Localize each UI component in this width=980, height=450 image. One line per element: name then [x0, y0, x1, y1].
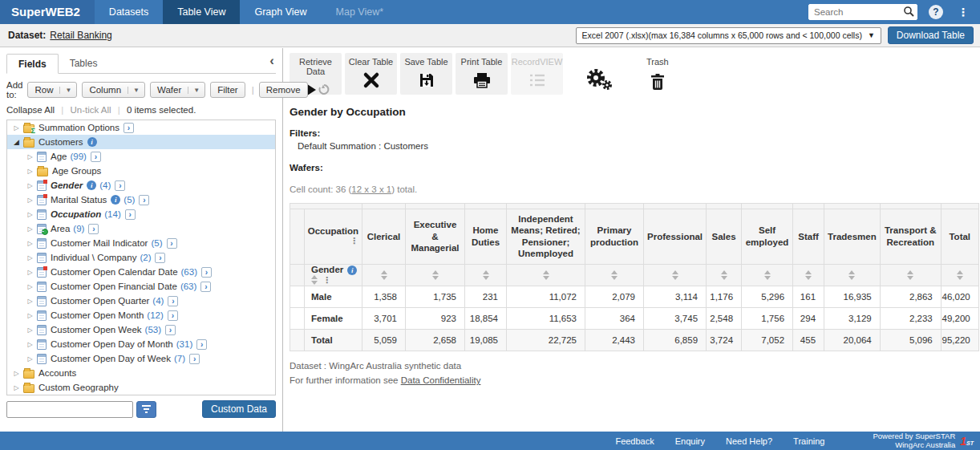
search-icon[interactable] — [903, 6, 915, 20]
tree-item[interactable]: ▷Customer Open Day of Week(7)› — [7, 351, 275, 366]
tree-item[interactable]: ◢Customersi — [7, 135, 275, 149]
column-header[interactable]: Executive & Managerial — [406, 209, 465, 265]
column-sort-cell[interactable] — [793, 264, 824, 286]
sort-toggle-icon[interactable] — [721, 270, 727, 280]
column-sort-cell[interactable] — [880, 264, 941, 286]
clear-table-button[interactable]: Clear Table — [345, 53, 397, 95]
info-icon[interactable]: i — [87, 137, 97, 147]
nav-tab-graph-view[interactable]: Graph View — [240, 0, 321, 24]
tree-item[interactable]: ▷Custom Geography — [7, 380, 275, 395]
footer-link-need-help[interactable]: Need Help? — [726, 436, 772, 446]
quick-add-icon[interactable]: › — [189, 354, 200, 364]
tree-item[interactable]: ▷ΣSummation Options› — [7, 120, 275, 135]
dataset-name-link[interactable]: Retail Banking — [50, 30, 111, 41]
tree-item[interactable]: ▷Customer Open Calendar Date(63)› — [7, 265, 275, 279]
save-table-button[interactable]: Save Table — [400, 53, 452, 95]
tree-item[interactable]: ▷Age Groups — [7, 164, 275, 178]
tree-item[interactable]: ▷Customer Open Week(53)› — [7, 322, 275, 337]
add-wafer-button[interactable]: Wafer▼ — [150, 82, 205, 98]
sort-toggle-icon[interactable] — [432, 270, 439, 280]
tree-expand-icon[interactable]: ▷ — [26, 254, 34, 261]
tree-item[interactable]: ▷Customer Open Financial Date(63)› — [7, 279, 275, 294]
column-header[interactable]: Clerical — [362, 209, 406, 265]
tree-expand-icon[interactable]: ▷ — [12, 370, 21, 377]
add-column-button[interactable]: Column▼ — [82, 82, 145, 98]
tree-item[interactable]: ▷Customer Open Quarter(4)› — [7, 294, 275, 308]
tree-item[interactable]: ▷Accounts — [7, 366, 275, 380]
sort-toggle-icon[interactable] — [483, 270, 489, 280]
column-header[interactable]: Professional — [644, 209, 707, 265]
quick-add-icon[interactable]: › — [165, 325, 176, 335]
column-sort-cell[interactable] — [362, 264, 406, 286]
header-kebab-icon[interactable]: ⋮ — [322, 275, 331, 286]
menu-kebab-icon[interactable]: ⋮ — [954, 5, 972, 19]
column-sort-cell[interactable] — [707, 264, 742, 286]
tree-expand-icon[interactable]: ▷ — [26, 312, 34, 319]
column-sort-cell[interactable] — [585, 264, 644, 286]
help-icon[interactable]: ? — [929, 5, 943, 19]
tree-item[interactable]: ▷Genderi(4)› — [7, 178, 275, 193]
column-header[interactable]: Staff — [793, 209, 824, 265]
print-table-button[interactable]: Print Table — [456, 53, 508, 95]
add-row-button[interactable]: Row▼ — [27, 82, 77, 98]
column-header[interactable]: Independent Means; Retired; Pensioner; U… — [507, 209, 585, 265]
tree-expand-icon[interactable]: ▷ — [26, 240, 34, 247]
panel-collapse-icon[interactable]: ‹ — [269, 55, 274, 67]
column-header[interactable]: Primary production — [585, 209, 644, 265]
column-sort-cell[interactable] — [465, 264, 507, 286]
tree-expand-icon[interactable]: ▷ — [26, 341, 34, 348]
tree-item[interactable]: ▷Customer Open Month(12)› — [7, 308, 275, 322]
tree-expand-icon[interactable]: ▷ — [26, 269, 34, 276]
search-input[interactable] — [808, 4, 917, 20]
tree-item[interactable]: ▷Age(99)› — [7, 149, 275, 164]
tree-expand-icon[interactable]: ▷ — [26, 211, 34, 218]
quick-add-icon[interactable]: › — [168, 310, 178, 321]
column-header[interactable]: Sales — [707, 209, 742, 265]
column-header[interactable]: Tradesmen — [824, 209, 881, 265]
quick-add-icon[interactable]: › — [91, 152, 101, 162]
tree-collapse-icon[interactable]: ◢ — [12, 138, 21, 146]
export-format-select[interactable]: Excel 2007 (.xlsx)(max 16,384 columns x … — [576, 27, 881, 44]
column-sort-cell[interactable] — [941, 264, 978, 286]
tree-item[interactable]: ▷Area(9)› — [7, 221, 275, 236]
sort-toggle-icon[interactable] — [611, 270, 618, 280]
custom-data-button[interactable]: Custom Data — [202, 400, 276, 418]
tree-item[interactable]: ▷Marital Statusi(5)› — [7, 193, 275, 207]
tree-expand-icon[interactable]: ▷ — [26, 298, 34, 305]
sort-toggle-icon[interactable] — [381, 270, 387, 280]
info-icon[interactable]: i — [347, 266, 357, 275]
sort-toggle-icon[interactable] — [957, 270, 963, 280]
column-sort-cell[interactable] — [507, 264, 585, 286]
nav-tab-datasets[interactable]: Datasets — [95, 0, 163, 24]
row-label[interactable]: Female — [305, 307, 362, 329]
table-options-button[interactable] — [584, 53, 614, 94]
tree-expand-icon[interactable]: ▷ — [26, 197, 34, 204]
quick-add-icon[interactable]: › — [88, 224, 99, 234]
header-kebab-icon[interactable]: ⋮ — [350, 236, 358, 246]
tree-expand-icon[interactable]: ▷ — [26, 355, 34, 363]
tree-item[interactable]: ▷Customer Mail Indicator(5)› — [7, 236, 275, 250]
tree-item[interactable]: ▷Customer Open Day of Month(31)› — [7, 337, 275, 351]
row-label[interactable]: Total — [305, 329, 362, 351]
tree-search-input[interactable] — [6, 401, 133, 418]
column-header[interactable]: Self employed — [742, 209, 793, 265]
sort-toggle-icon[interactable] — [311, 275, 318, 285]
quick-add-icon[interactable]: › — [201, 267, 212, 278]
tree-item[interactable]: ▷Occupation(14)› — [7, 207, 275, 221]
info-icon[interactable]: i — [111, 195, 120, 205]
nav-tab-map-view[interactable]: Map View* — [322, 0, 399, 24]
row-label[interactable]: Male — [305, 286, 362, 307]
column-dimension-header[interactable]: Occupation⋮ — [305, 209, 362, 265]
tree-expand-icon[interactable]: ▷ — [26, 283, 34, 290]
tree-expand-icon[interactable]: ▷ — [26, 326, 34, 334]
tree-filter-button[interactable] — [136, 401, 156, 418]
untick-all-link[interactable]: Un-tick All — [71, 105, 111, 115]
footer-link-training[interactable]: Training — [793, 436, 824, 446]
quick-add-icon[interactable]: › — [167, 238, 177, 249]
trash-button[interactable]: Trash — [646, 53, 669, 93]
collapse-all-link[interactable]: Collapse All — [6, 105, 55, 115]
quick-add-icon[interactable]: › — [200, 282, 211, 292]
column-header[interactable]: Transport & Recreation — [880, 209, 941, 265]
quick-add-icon[interactable]: › — [168, 296, 178, 306]
column-sort-cell[interactable] — [406, 264, 465, 286]
